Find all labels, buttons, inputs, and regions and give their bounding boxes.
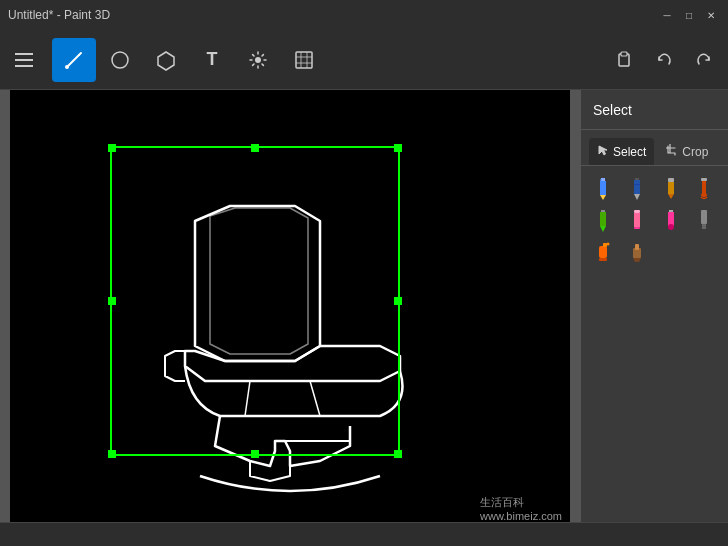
tab-crop-label: Crop xyxy=(682,145,708,159)
window-controls: ─ □ ✕ xyxy=(658,6,720,24)
tab-select[interactable]: Select xyxy=(589,138,654,165)
panel-header: Select xyxy=(581,90,728,130)
svg-rect-5 xyxy=(621,52,627,56)
undo-icon xyxy=(654,50,674,70)
tool-brush-pink2[interactable] xyxy=(657,206,685,234)
shapes-2d-icon xyxy=(109,49,131,71)
svg-rect-31 xyxy=(599,246,607,258)
svg-marker-8 xyxy=(600,195,606,200)
select-tab-icon xyxy=(597,144,609,159)
toolbar-actions xyxy=(608,44,720,76)
brush-icon xyxy=(63,49,85,71)
text-icon: T xyxy=(207,49,218,70)
svg-marker-22 xyxy=(600,226,606,232)
minimize-button[interactable]: ─ xyxy=(658,6,676,24)
panel-title: Select xyxy=(593,102,632,118)
tool-marker-pink[interactable] xyxy=(623,206,651,234)
canvas-area[interactable]: 生活百科 www.bimeiz.com xyxy=(0,90,580,522)
canvas-icon xyxy=(293,49,315,71)
svg-point-34 xyxy=(607,243,610,246)
effects-icon xyxy=(247,49,269,71)
svg-rect-9 xyxy=(600,179,602,181)
maximize-button[interactable]: □ xyxy=(680,6,698,24)
svg-rect-26 xyxy=(669,210,673,212)
svg-rect-30 xyxy=(702,224,706,229)
svg-rect-14 xyxy=(668,178,674,182)
undo-button[interactable] xyxy=(648,44,680,76)
tool-3d[interactable] xyxy=(144,38,188,82)
shapes-3d-icon xyxy=(155,49,177,71)
paste-icon xyxy=(614,50,634,70)
tool-grid xyxy=(581,166,728,274)
svg-rect-18 xyxy=(702,181,706,194)
tool-pen-dark[interactable] xyxy=(623,174,651,202)
svg-rect-36 xyxy=(635,244,639,250)
crop-tab-icon xyxy=(666,144,678,159)
chair-drawing xyxy=(10,90,570,522)
svg-rect-24 xyxy=(634,213,640,227)
tool-2d[interactable] xyxy=(98,38,142,82)
svg-marker-12 xyxy=(634,194,640,200)
svg-marker-16 xyxy=(668,194,674,199)
svg-rect-11 xyxy=(634,180,640,194)
main-toolbar: T xyxy=(0,30,728,90)
svg-rect-32 xyxy=(603,243,607,247)
drawing-canvas[interactable]: 生活百科 www.bimeiz.com xyxy=(10,90,570,522)
svg-point-28 xyxy=(668,224,674,230)
tool-effects[interactable] xyxy=(236,38,280,82)
svg-rect-27 xyxy=(668,212,674,226)
tool-brush[interactable] xyxy=(52,38,96,82)
svg-point-19 xyxy=(701,193,707,197)
app-title: Untitled* - Paint 3D xyxy=(8,8,110,22)
svg-point-0 xyxy=(65,65,69,69)
watermark-line1: 生活百科 xyxy=(480,495,562,510)
tool-canvas[interactable] xyxy=(282,38,326,82)
close-button[interactable]: ✕ xyxy=(702,6,720,24)
menu-button[interactable] xyxy=(8,44,40,76)
tool-text[interactable]: T xyxy=(190,38,234,82)
svg-marker-37 xyxy=(633,258,641,262)
hamburger-line-1 xyxy=(15,53,33,55)
title-bar: Untitled* - Paint 3D ─ □ ✕ xyxy=(0,0,728,30)
svg-rect-7 xyxy=(600,181,606,195)
tool-marker-orange[interactable] xyxy=(657,174,685,202)
right-panel: Select Select Crop xyxy=(580,90,728,522)
watermark-line2: www.bimeiz.com xyxy=(480,510,562,522)
content-area: 生活百科 www.bimeiz.com Select Select xyxy=(0,90,728,522)
paste-button[interactable] xyxy=(608,44,640,76)
tool-spray-orange[interactable] xyxy=(589,238,617,266)
tool-pen-green[interactable] xyxy=(589,206,617,234)
tool-fill-brown[interactable] xyxy=(623,238,651,266)
tool-pen-gray[interactable] xyxy=(690,206,718,234)
panel-tabs: Select Crop xyxy=(581,130,728,166)
svg-rect-33 xyxy=(599,258,607,261)
svg-point-2 xyxy=(255,57,261,63)
watermark: 生活百科 www.bimeiz.com xyxy=(472,491,570,522)
redo-button[interactable] xyxy=(688,44,720,76)
tool-brush-red[interactable] xyxy=(690,174,718,202)
svg-rect-15 xyxy=(668,182,674,194)
tool-buttons: T xyxy=(52,38,604,82)
tab-crop[interactable]: Crop xyxy=(658,138,716,165)
svg-rect-25 xyxy=(634,227,640,229)
svg-rect-29 xyxy=(701,210,707,224)
svg-rect-3 xyxy=(296,52,312,68)
svg-rect-17 xyxy=(701,178,707,181)
status-bar xyxy=(0,522,728,546)
tab-select-label: Select xyxy=(613,145,646,159)
redo-icon xyxy=(694,50,714,70)
svg-rect-13 xyxy=(634,184,640,185)
svg-rect-21 xyxy=(600,212,606,226)
hamburger-line-3 xyxy=(15,65,33,67)
svg-point-1 xyxy=(112,52,128,68)
hamburger-line-2 xyxy=(15,59,33,61)
tool-pencil-blue[interactable] xyxy=(589,174,617,202)
svg-rect-23 xyxy=(634,210,640,213)
svg-rect-10 xyxy=(635,178,639,180)
svg-rect-20 xyxy=(601,210,605,212)
